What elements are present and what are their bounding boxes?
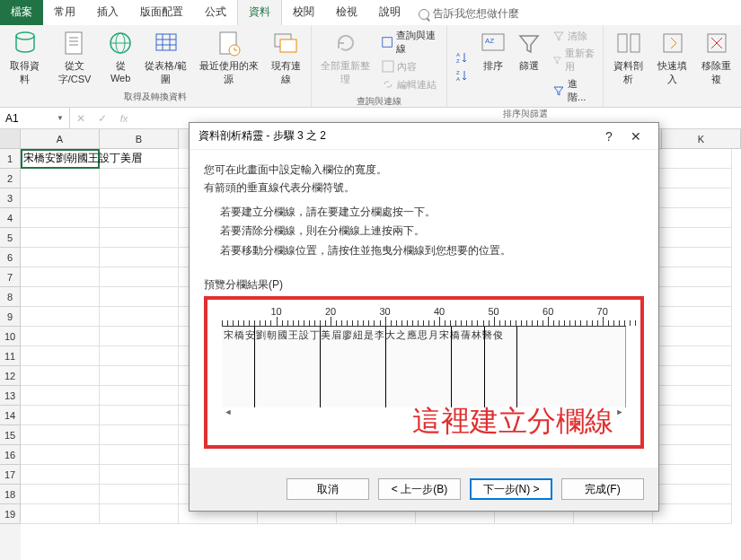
tell-me[interactable]: 告訴我您想做什麼 [419, 3, 519, 25]
cell[interactable] [21, 406, 100, 425]
column-break-line[interactable] [484, 327, 485, 407]
tab-view[interactable]: 檢視 [325, 0, 368, 25]
cell[interactable] [100, 208, 179, 228]
finish-button[interactable]: 完成(F) [561, 478, 644, 500]
tab-review[interactable]: 校閱 [282, 0, 325, 25]
dialog-close-button[interactable]: ✕ [622, 129, 649, 144]
get-data-button[interactable]: 取得資料 [4, 27, 46, 89]
cell[interactable] [21, 465, 100, 485]
cell[interactable] [100, 366, 179, 386]
cell[interactable] [100, 169, 179, 188]
tab-home[interactable]: 常用 [43, 0, 86, 25]
tab-insert[interactable]: 插入 [86, 0, 129, 25]
cell[interactable] [21, 445, 100, 465]
column-break-line[interactable] [451, 327, 452, 407]
row-header[interactable]: 19 [0, 504, 21, 524]
column-break-line[interactable] [254, 327, 255, 407]
cell[interactable] [100, 346, 179, 366]
col-header[interactable]: A [21, 129, 100, 149]
cell[interactable] [21, 267, 100, 287]
row-header[interactable]: 9 [0, 307, 21, 327]
existing-conn-button[interactable]: 現有連線 [265, 27, 307, 89]
recent-sources-button[interactable]: 最近使用的來源 [195, 27, 263, 89]
dialog-titlebar[interactable]: 資料剖析精靈 - 步驟 3 之 2 ? ✕ [190, 123, 658, 150]
row-header[interactable]: 3 [0, 188, 21, 208]
cell[interactable] [100, 504, 179, 524]
cell[interactable] [100, 267, 179, 287]
refresh-all-button[interactable]: 全部重新整理 [315, 27, 375, 93]
cell[interactable] [100, 188, 179, 208]
cell[interactable] [653, 504, 732, 524]
tab-data[interactable]: 資料 [237, 0, 282, 25]
advanced-button[interactable]: 進階... [548, 75, 599, 106]
cell[interactable] [653, 228, 732, 248]
row-header[interactable]: 8 [0, 287, 21, 307]
cell[interactable] [21, 366, 100, 386]
cell[interactable]: 宋橋安劉朝國王設丁美眉 [21, 149, 100, 169]
row-header[interactable]: 7 [0, 267, 21, 287]
scroll-right-icon[interactable]: ► [613, 407, 626, 420]
cell[interactable] [653, 169, 732, 188]
cell[interactable] [653, 465, 732, 485]
column-break-line[interactable] [385, 327, 386, 407]
row-header[interactable]: 18 [0, 485, 21, 504]
reapply-button[interactable]: 重新套用 [548, 45, 599, 75]
cell[interactable] [653, 485, 732, 504]
from-web-button[interactable]: 從Web [103, 27, 137, 89]
tab-file[interactable]: 檔案 [0, 0, 43, 25]
cell[interactable] [653, 287, 732, 307]
row-header[interactable]: 14 [0, 406, 21, 425]
tab-layout[interactable]: 版面配置 [129, 0, 194, 25]
cell[interactable] [21, 248, 100, 267]
row-header[interactable]: 13 [0, 386, 21, 406]
from-table-button[interactable]: 從表格/範圍 [139, 27, 193, 89]
sort-button[interactable]: AZ 排序 [476, 27, 510, 106]
cell[interactable] [653, 248, 732, 267]
row-header[interactable]: 2 [0, 169, 21, 188]
cell[interactable] [653, 327, 732, 346]
cell[interactable] [21, 188, 100, 208]
tab-help[interactable]: 說明 [368, 0, 411, 25]
preview-data[interactable]: 宋橋安劉朝國王設丁美眉廖紐是李大之應思月宋橋蒨林醫俊 [222, 327, 626, 407]
cell[interactable] [21, 169, 100, 188]
remove-dup-button[interactable]: 移除重複 [695, 27, 737, 92]
cell[interactable] [653, 386, 732, 406]
cell[interactable] [21, 327, 100, 346]
cancel-button[interactable]: 取消 [287, 478, 369, 500]
row-header[interactable]: 17 [0, 465, 21, 485]
row-header[interactable]: 16 [0, 445, 21, 465]
back-button[interactable]: < 上一步(B) [378, 478, 461, 500]
cell[interactable] [100, 406, 179, 425]
row-header[interactable]: 11 [0, 346, 21, 366]
insert-function-button[interactable]: fx [113, 108, 135, 128]
cell[interactable] [100, 228, 179, 248]
column-break-line[interactable] [516, 327, 517, 407]
row-header[interactable]: 6 [0, 248, 21, 267]
cell[interactable] [100, 465, 179, 485]
cell[interactable] [653, 445, 732, 465]
row-header[interactable]: 12 [0, 366, 21, 386]
cell[interactable] [653, 307, 732, 327]
cell[interactable] [21, 386, 100, 406]
cell[interactable] [100, 445, 179, 465]
clear-button[interactable]: 清除 [548, 27, 599, 45]
cell[interactable] [100, 485, 179, 504]
cell[interactable] [653, 149, 732, 169]
text-to-columns-button[interactable]: 資料剖析 [607, 27, 649, 92]
cell[interactable] [653, 346, 732, 366]
next-button[interactable]: 下一步(N) > [470, 478, 552, 500]
col-header[interactable]: B [100, 129, 179, 149]
cell[interactable] [100, 386, 179, 406]
cell[interactable] [653, 366, 732, 386]
sort-za-button[interactable]: ZA [451, 66, 474, 84]
row-header[interactable]: 5 [0, 228, 21, 248]
cell[interactable] [100, 327, 179, 346]
preview-ruler[interactable]: 10203040506070 [222, 307, 626, 327]
cell[interactable] [100, 149, 179, 169]
cell[interactable] [100, 307, 179, 327]
cell[interactable] [653, 406, 732, 425]
col-header[interactable]: K [662, 129, 741, 149]
cell[interactable] [653, 267, 732, 287]
cell[interactable] [21, 307, 100, 327]
properties-button[interactable]: 內容 [377, 57, 443, 75]
